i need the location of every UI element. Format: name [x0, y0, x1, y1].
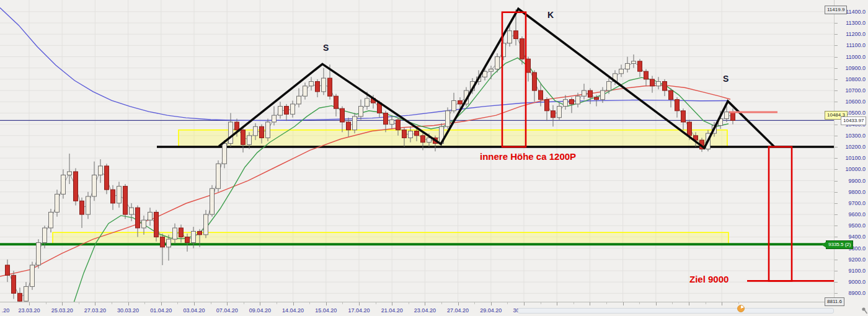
candle	[409, 131, 413, 138]
date-tick-minor	[574, 302, 574, 304]
price-marker-green: 9335.5 (2)	[826, 240, 853, 249]
candle	[235, 122, 239, 130]
inner-height-annotation[interactable]: innere Höhe ca 1200P	[480, 151, 576, 162]
candle	[210, 188, 215, 214]
candle	[43, 228, 47, 243]
date-tick-minor	[738, 302, 739, 304]
date-tick	[260, 302, 260, 305]
price-tick	[835, 147, 838, 147]
candle	[130, 208, 134, 214]
candle	[322, 78, 326, 92]
date-tick-minor	[672, 302, 673, 304]
date-tick	[62, 302, 63, 305]
candle	[595, 97, 599, 100]
date-tick-minor	[277, 302, 277, 304]
candle	[526, 59, 531, 72]
price-tick-label: 10000.0	[838, 166, 866, 172]
date-tick	[29, 302, 30, 305]
price-tick	[835, 181, 838, 182]
candle	[167, 239, 171, 247]
price-tick	[835, 192, 838, 193]
candle	[37, 243, 41, 265]
session-clock-icon	[737, 305, 745, 312]
candle	[340, 108, 345, 122]
price-tick-label: 11200.0	[838, 31, 866, 37]
candle	[570, 100, 574, 104]
candle	[452, 100, 456, 110]
candle	[638, 61, 642, 71]
candle	[495, 57, 500, 69]
candle	[198, 231, 202, 234]
date-tick	[689, 302, 689, 305]
candle	[154, 212, 159, 237]
date-tick-label: 27.04.20	[441, 307, 475, 314]
price-tick-label: 10600.0	[838, 99, 866, 105]
candle	[644, 71, 649, 79]
date-tick-minor	[706, 302, 706, 304]
target-projection-rect[interactable]	[769, 147, 792, 281]
candle	[117, 187, 122, 203]
candle	[192, 231, 196, 242]
candle	[576, 96, 580, 104]
candle	[458, 100, 463, 103]
candle	[92, 175, 97, 196]
date-tick	[128, 302, 129, 305]
right-shoulder-label[interactable]: S	[723, 74, 728, 84]
candle	[421, 136, 425, 143]
candle	[681, 111, 686, 122]
price-tick	[835, 158, 838, 159]
candle	[86, 196, 91, 214]
horizontal-scrollbar[interactable]	[518, 308, 834, 314]
candle	[539, 90, 543, 100]
target-annotation[interactable]: Ziel 9000	[689, 274, 728, 284]
price-tick	[835, 226, 838, 226]
ma-slow-blue	[0, 7, 728, 120]
price-tick-label: 9800.0	[838, 189, 866, 195]
candle	[136, 208, 140, 228]
candle	[415, 131, 419, 136]
candle	[545, 100, 549, 111]
price-chart-canvas[interactable]	[0, 0, 834, 302]
head-label[interactable]: K	[547, 10, 554, 20]
chart-window: S K S innere Höhe ca 1200P Ziel 9000 114…	[0, 0, 868, 316]
candle	[328, 78, 332, 96]
price-tick-label: 10100.0	[838, 155, 866, 161]
price-marker-gray: 8811.6	[825, 297, 844, 306]
price-axis[interactable]: 11400.011300.011200.011100.011000.010900…	[834, 0, 868, 302]
date-tick	[425, 302, 425, 305]
price-tick-label: 9100.0	[838, 268, 866, 274]
price-tick	[835, 237, 838, 237]
candle	[725, 112, 729, 119]
price-tick	[835, 125, 838, 125]
candle	[688, 122, 692, 136]
price-tick-label: 9900.0	[838, 178, 866, 184]
left-shoulder-label[interactable]: S	[323, 43, 329, 53]
price-tick	[835, 203, 838, 204]
candle	[626, 63, 630, 69]
price-tick-label: 11100.0	[838, 42, 866, 48]
ma-fast-green	[73, 58, 728, 302]
price-tick-label: 9700.0	[838, 200, 866, 206]
date-tick	[458, 302, 459, 305]
date-tick	[194, 302, 195, 305]
price-tick-label: 9400.0	[838, 234, 866, 240]
date-tick-label: 23.04.20	[408, 307, 441, 314]
date-tick-minor	[177, 302, 178, 304]
candle	[216, 164, 221, 188]
date-tick-minor	[507, 302, 508, 304]
date-tick-minor	[409, 302, 409, 304]
candle	[61, 175, 66, 194]
candle	[359, 107, 363, 116]
date-tick-label: 15.04.20	[309, 307, 343, 314]
candle	[564, 100, 568, 107]
candle	[266, 122, 270, 138]
price-tick-label: 11000.0	[838, 54, 866, 60]
candle	[446, 111, 450, 126]
candle	[297, 96, 301, 104]
date-tick-minor	[144, 302, 145, 304]
date-tick	[392, 302, 392, 305]
date-tick-label: 17.04.20	[342, 307, 376, 314]
price-tick	[835, 45, 838, 46]
date-tick-label: 29.04.20	[474, 307, 508, 314]
pin-icon[interactable]	[861, 305, 868, 316]
